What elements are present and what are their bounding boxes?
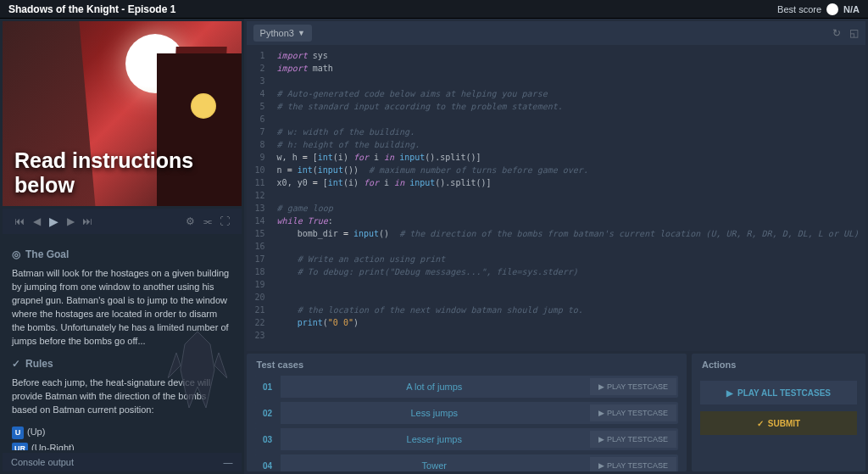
minimize-icon[interactable]: — <box>224 457 233 467</box>
testcase-name: Less jumps <box>281 408 588 418</box>
testcase-row: 03Lesser jumps▶ PLAY TESTCASE <box>255 428 678 450</box>
play-icon: ▶ <box>598 382 604 391</box>
gear-icon[interactable]: ⚙ <box>182 215 199 227</box>
direction-tag: U <box>12 427 24 439</box>
batman-illustration <box>168 327 227 412</box>
score-badge-icon <box>826 3 838 15</box>
top-bar: Shadows of the Knight - Episode 1 Best s… <box>0 0 868 19</box>
testcase-row: 02Less jumps▶ PLAY TESTCASE <box>255 402 678 424</box>
submit-button[interactable]: ✓SUBMIT <box>700 411 857 435</box>
expand-icon[interactable]: ◱ <box>849 27 859 39</box>
language-select[interactable]: Python3 ▼ <box>253 25 312 42</box>
testcase-number: 03 <box>255 428 281 450</box>
skip-back-icon[interactable]: ⏮ <box>11 215 28 227</box>
fullscreen-icon[interactable]: ⛶ <box>216 215 233 227</box>
play-testcase-button[interactable]: ▶ PLAY TESTCASE <box>590 404 676 421</box>
code-editor[interactable]: 1234567891011121314151617181920212223 im… <box>247 45 865 351</box>
testcase-row: 04Tower▶ PLAY TESTCASE <box>255 454 678 471</box>
play-icon: ▶ <box>598 409 604 417</box>
check-icon: ✓ <box>757 419 764 428</box>
direction-tag: UR <box>12 443 28 450</box>
testcase-number: 01 <box>255 376 281 398</box>
step-forward-icon[interactable]: ▶ <box>62 215 79 227</box>
testcase-row: 01A lot of jumps▶ PLAY TESTCASE <box>255 376 678 398</box>
testcases-panel: Test cases 01A lot of jumps▶ PLAY TESTCA… <box>247 354 687 471</box>
play-testcase-button[interactable]: ▶ PLAY TESTCASE <box>590 457 676 471</box>
testcase-name: A lot of jumps <box>281 382 588 392</box>
testcase-name: Lesser jumps <box>281 434 588 444</box>
testcases-heading: Test cases <box>247 354 687 376</box>
editor-toolbar: Python3 ▼ ↻ ◱ <box>247 21 865 45</box>
skip-forward-icon[interactable]: ⏭ <box>79 215 96 227</box>
actions-heading: Actions <box>692 354 865 376</box>
goal-heading: ◎The Goal <box>12 248 232 262</box>
testcase-name: Tower <box>281 460 588 471</box>
play-icon: ▶ <box>598 461 604 470</box>
statement[interactable]: ◎The Goal Batman will look for the hosta… <box>0 234 244 450</box>
play-testcase-button[interactable]: ▶ PLAY TESTCASE <box>590 431 676 448</box>
play-icon: ▶ <box>726 388 733 398</box>
play-all-button[interactable]: ▶PLAY ALL TESTCASES <box>700 381 857 404</box>
play-icon: ▶ <box>598 435 604 443</box>
puzzle-banner: Read instructions below <box>3 21 242 206</box>
direction-list: U(Up)UR(Up-Right)R(Right)DR(Down-Right)D… <box>12 426 232 450</box>
left-panel: Read instructions below ⏮ ◀ ▶ ▶ ⏭ ⚙ ⫘ ⛶ … <box>0 19 244 474</box>
target-icon: ◎ <box>12 248 20 262</box>
console-header[interactable]: Console output — <box>3 453 242 471</box>
direction-label: (Up-Right) <box>31 443 75 450</box>
share-icon[interactable]: ⫘ <box>199 215 216 227</box>
banner-overlay-text: Read instructions below <box>14 148 242 198</box>
play-icon[interactable]: ▶ <box>45 215 62 228</box>
best-score: Best score N/A <box>777 3 860 15</box>
step-back-icon[interactable]: ◀ <box>28 215 45 227</box>
refresh-icon[interactable]: ↻ <box>832 27 841 39</box>
testcase-number: 02 <box>255 402 281 424</box>
play-testcase-button[interactable]: ▶ PLAY TESTCASE <box>590 378 676 395</box>
direction-label: (Up) <box>27 427 45 437</box>
page-title: Shadows of the Knight - Episode 1 <box>8 3 175 15</box>
replay-controls: ⏮ ◀ ▶ ▶ ⏭ ⚙ ⫘ ⛶ <box>3 209 242 234</box>
check-icon: ✓ <box>12 357 20 371</box>
testcase-number: 04 <box>255 454 281 471</box>
chevron-down-icon: ▼ <box>298 29 305 37</box>
direction-item: U(Up) <box>12 426 232 439</box>
right-panel: Python3 ▼ ↻ ◱ 12345678910111213141516171… <box>244 19 868 474</box>
actions-panel: Actions ▶PLAY ALL TESTCASES ✓SUBMIT <box>692 354 865 471</box>
direction-item: UR(Up-Right) <box>12 442 232 450</box>
